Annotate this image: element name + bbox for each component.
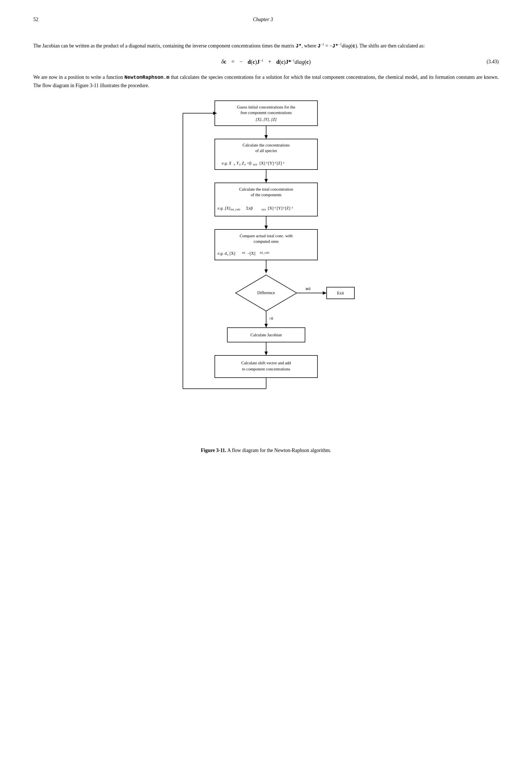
box6-line1: Calculate shift vector and add bbox=[241, 361, 291, 365]
exit-label: Exit bbox=[337, 291, 344, 295]
box4-line2: computed ones bbox=[253, 239, 279, 244]
box2-sublabel: e.g. X bbox=[222, 161, 231, 165]
equation-3-43: δc = − d(c)J−1 + d(c)J*−1diag(c) (3.43) bbox=[33, 59, 499, 65]
box2-sublabel-y2: [Y] bbox=[268, 161, 274, 165]
box2-sublabel-x: x bbox=[234, 163, 235, 166]
chapter-title: Chapter 3 bbox=[253, 17, 273, 22]
arrow-right bbox=[323, 291, 327, 295]
gt-zero-label: >0 bbox=[269, 317, 273, 321]
delta-c: δc bbox=[221, 59, 226, 65]
arrow5 bbox=[264, 324, 268, 328]
box2-sublabel-eq: =β bbox=[247, 161, 251, 165]
arrow4 bbox=[264, 269, 268, 273]
box1-line1: Guess initial concentrations for the bbox=[237, 105, 295, 109]
box3-y: [Y] bbox=[277, 206, 283, 210]
flowchart-svg: Guess initial concentrations for the fre… bbox=[161, 98, 372, 437]
box4-minus: −[X] bbox=[247, 251, 255, 255]
arrow2 bbox=[264, 179, 268, 183]
box3-tot: tot_calc bbox=[231, 208, 241, 211]
box3-sigma: Σxβ bbox=[246, 206, 253, 210]
eq-dc2: d(c)J*−1diag(c) bbox=[277, 59, 311, 65]
box2-line1: Calculate the concentrations bbox=[242, 143, 290, 147]
equation-content: δc = − d(c)J−1 + d(c)J*−1diag(c) bbox=[221, 59, 311, 65]
box2-sublabel-xsup: x bbox=[266, 161, 268, 164]
equation-number: (3.43) bbox=[487, 59, 499, 65]
flowchart-container: Guess initial concentrations for the fre… bbox=[33, 98, 499, 437]
caption-bold: Figure 3-11. bbox=[201, 448, 226, 453]
box3-xyz: xyz bbox=[261, 208, 266, 211]
eq-equals: = bbox=[231, 59, 234, 65]
box2-sublabel-ysub: y bbox=[239, 163, 241, 166]
box4-x: x bbox=[227, 253, 228, 256]
page-number: 52 bbox=[33, 17, 38, 22]
box6-line2: to component concentrations bbox=[242, 367, 290, 371]
box4-totcalc: tot_calc bbox=[260, 251, 270, 254]
box2-sublabel-ysup: y bbox=[275, 161, 277, 164]
box3-z: [Z] bbox=[285, 206, 290, 210]
box3-sublabel: e.g. [X] bbox=[218, 206, 230, 210]
box2-sublabel-z: Z bbox=[242, 161, 244, 165]
para1-text1: The Jacobian can be written as the produ… bbox=[33, 43, 425, 49]
diamond-label: Difference bbox=[257, 291, 275, 295]
box2-sublabel-z2: [Z] bbox=[277, 161, 282, 165]
arrow3 bbox=[264, 226, 268, 229]
approx-zero-label: ≅0 bbox=[305, 287, 310, 291]
paragraph-2: We are now in a position to write a func… bbox=[33, 73, 499, 90]
box2-sublabel-zsub: z bbox=[244, 163, 246, 166]
eq-minus: − bbox=[239, 59, 242, 65]
page-header: 52 Chapter 3 bbox=[33, 17, 499, 31]
box3-xsup: x bbox=[275, 206, 276, 209]
eq-dc1: d(c)J−1 bbox=[247, 59, 263, 65]
box4-line1: Compare actual total conc. with bbox=[239, 234, 293, 238]
caption-text: A flow diagram for the Newton-Raphson al… bbox=[227, 448, 331, 453]
paragraph-1: The Jacobian can be written as the produ… bbox=[33, 42, 499, 50]
box3-zsup: z bbox=[292, 206, 293, 209]
box4-tot: tot bbox=[242, 251, 246, 254]
box4-bracket: [X] bbox=[229, 251, 235, 255]
box1-sublabel: [X], [Y], [Z] bbox=[255, 117, 277, 122]
box6 bbox=[215, 356, 317, 378]
box3-x: [X] bbox=[268, 206, 274, 210]
arrow1 bbox=[264, 135, 268, 139]
eq-plus: + bbox=[268, 59, 271, 65]
figure-caption: Figure 3-11. A flow diagram for the Newt… bbox=[33, 448, 499, 453]
box2-sublabel-zsup: z bbox=[283, 161, 285, 164]
box5-label: Calculate Jacobian bbox=[250, 333, 282, 337]
box2-sublabel-bsub: xyz bbox=[253, 163, 257, 166]
box3-line2: of the components bbox=[250, 192, 282, 197]
box1-line2: free component concentrations bbox=[240, 110, 292, 115]
box3-ysup: y bbox=[283, 206, 285, 209]
box2-sublabel-bracket: [X] bbox=[259, 161, 265, 165]
arrow6 bbox=[264, 352, 268, 356]
box4-sublabel: e.g. d bbox=[218, 251, 227, 255]
box3-line1: Calculate the total concentration bbox=[239, 187, 293, 191]
box2-line2: of all species bbox=[255, 148, 277, 153]
